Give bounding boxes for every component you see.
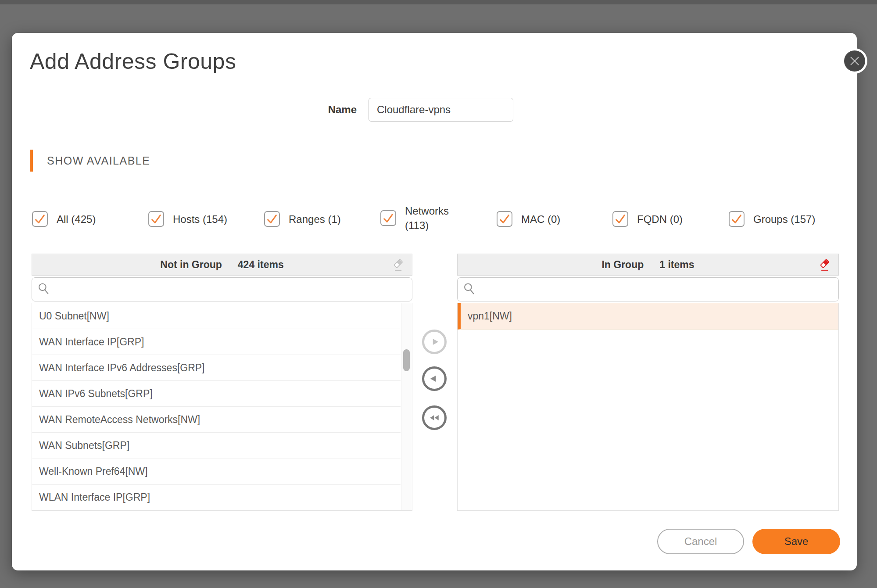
show-available-label: SHOW AVAILABLE [47, 150, 150, 172]
section-accent-bar [30, 150, 33, 172]
move-all-left-button[interactable] [422, 405, 447, 430]
filter-label: Networks (113) [405, 204, 449, 233]
filter-label: Ranges (1) [289, 212, 341, 226]
checkbox-checked-icon[interactable] [729, 211, 745, 227]
scrollbar-thumb[interactable] [403, 349, 410, 371]
add-address-groups-dialog: Add Address Groups Name SHOW AVAILABLE A… [12, 33, 857, 570]
in-group-panel: In Group 1 items vpn1[NW] [457, 254, 839, 511]
filter-ranges[interactable]: Ranges (1) [264, 210, 341, 228]
search-input[interactable] [476, 278, 838, 301]
list-item[interactable]: WAN IPv6 Subnets[GRP] [32, 381, 401, 407]
in-group-search[interactable] [457, 277, 839, 301]
list-item-selected[interactable]: vpn1[NW] [458, 303, 838, 330]
filter-label: Groups (157) [753, 212, 815, 226]
name-field-label: Name [260, 98, 357, 122]
filter-mac[interactable]: MAC (0) [497, 210, 560, 228]
filter-fqdn[interactable]: FQDN (0) [612, 210, 683, 228]
checkbox-checked-icon[interactable] [497, 211, 512, 227]
close-button[interactable] [842, 48, 867, 74]
eraser-icon[interactable] [391, 258, 405, 272]
filter-label: MAC (0) [521, 212, 560, 226]
checkbox-checked-icon[interactable] [264, 211, 280, 227]
not-in-group-panel: Not in Group 424 items U0 S [32, 254, 412, 511]
not-in-group-header: Not in Group 424 items [32, 254, 412, 276]
scrollbar-track[interactable] [401, 303, 412, 510]
filter-hosts[interactable]: Hosts (154) [148, 210, 227, 228]
search-input[interactable] [50, 278, 412, 301]
save-button[interactable]: Save [752, 529, 840, 554]
list-item[interactable]: WLAN Interface IP[GRP] [32, 485, 401, 511]
checkbox-checked-icon[interactable] [612, 211, 628, 227]
in-group-list[interactable]: vpn1[NW] [457, 303, 839, 511]
panel-title: In Group [601, 259, 644, 271]
list-item[interactable]: WAN RemoteAccess Networks[NW] [32, 407, 401, 433]
list-item[interactable]: U0 Subnet[NW] [32, 303, 401, 329]
filter-label: FQDN (0) [637, 212, 683, 226]
panel-item-count: 424 items [238, 259, 284, 271]
filter-label: Hosts (154) [173, 212, 227, 226]
filter-groups[interactable]: Groups (157) [729, 210, 815, 228]
cancel-button[interactable]: Cancel [657, 529, 744, 554]
eraser-red-icon[interactable] [817, 258, 831, 272]
checkbox-checked-icon[interactable] [148, 211, 164, 227]
checkbox-checked-icon[interactable] [380, 210, 396, 226]
checkbox-checked-icon[interactable] [32, 211, 48, 227]
not-in-group-search[interactable] [32, 277, 412, 301]
list-item[interactable]: WAN Subnets[GRP] [32, 433, 401, 459]
panel-item-count: 1 items [659, 259, 694, 271]
move-right-button[interactable] [422, 330, 447, 354]
panel-title: Not in Group [160, 259, 222, 271]
move-left-button[interactable] [422, 366, 447, 391]
filter-label: All (425) [57, 212, 96, 226]
name-input[interactable] [369, 98, 513, 122]
list-item[interactable]: WAN Interface IPv6 Addresses[GRP] [32, 355, 401, 381]
list-item[interactable]: Well-Known Pref64[NW] [32, 459, 401, 485]
filter-networks[interactable]: Networks (113) [380, 201, 449, 235]
close-icon [844, 50, 865, 72]
search-icon [463, 282, 476, 297]
in-group-header: In Group 1 items [457, 254, 839, 276]
not-in-group-list[interactable]: U0 Subnet[NW] WAN Interface IP[GRP] WAN … [32, 303, 412, 511]
list-item[interactable]: WAN Interface IP[GRP] [32, 329, 401, 355]
filter-all[interactable]: All (425) [32, 210, 96, 228]
page-title: Add Address Groups [30, 49, 236, 74]
search-icon [37, 282, 50, 297]
